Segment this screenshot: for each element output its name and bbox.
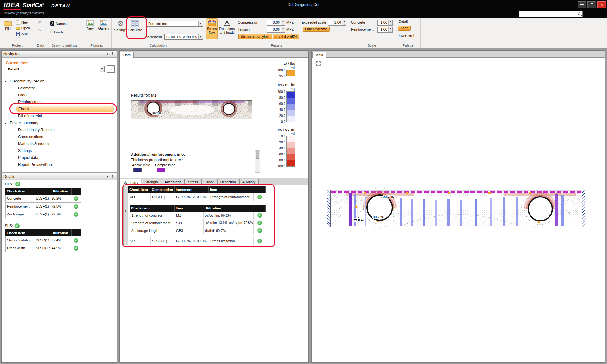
reactions-button[interactable]: Reactions and loads: [218, 18, 236, 39]
scale-reinforcement-field[interactable]: 1.00 ▴▾: [377, 27, 393, 33]
chevron-down-icon[interactable]: ▾: [198, 34, 203, 39]
chevron-down-icon[interactable]: ▾: [100, 66, 104, 72]
scale-concrete-field[interactable]: 1.00 ▴▾: [377, 20, 393, 26]
collapse-icon[interactable]: ▾: [105, 52, 110, 56]
nav-item-project-summary[interactable]: ◢Project summary: [2, 119, 117, 126]
palette-detail-button[interactable]: Detail: [399, 20, 408, 23]
uls-row-anchorage[interactable]: Anchorage ULSF(1) 99.7% ✓: [5, 210, 81, 218]
sls-row-crack-width[interactable]: Crack width SLSQ(17) 44.9% ✓: [5, 244, 81, 252]
sub-row-strength-reinforcement[interactable]: Strength of reinforcement ST1 εs/εs,lim:…: [130, 219, 266, 227]
exceeded-scale-value[interactable]: 1.00: [328, 20, 342, 25]
spin-up-icon[interactable]: ▴: [281, 20, 285, 23]
scale-reinforcement-value[interactable]: 1.00: [378, 27, 388, 32]
nav-item-reinforcement[interactable]: Reinforcement: [2, 99, 117, 106]
search-input[interactable]: [519, 12, 577, 16]
sub-row-strength-concrete[interactable]: Strength of concrete M1 σc/σc,lim: 90.2%…: [130, 212, 266, 219]
tree-expand-icon[interactable]: ◢: [4, 122, 8, 124]
search-icon[interactable]: [577, 12, 582, 17]
new-button[interactable]: New: [16, 20, 28, 25]
undo-button[interactable]: ↶: [38, 20, 42, 26]
scale-concrete-value[interactable]: 1.00: [378, 20, 388, 25]
spin-down-icon[interactable]: ▾: [281, 23, 285, 26]
spin-down-icon[interactable]: ▾: [389, 23, 392, 26]
nav-item-loads[interactable]: Loads: [2, 92, 117, 99]
add-item-button[interactable]: +: [107, 65, 115, 73]
stress-flow-button[interactable]: Stress flow: [206, 18, 218, 39]
uls-row-concrete[interactable]: Concrete ULSF(1) 90.2% ✓: [5, 195, 81, 203]
increment-dropdown[interactable]: G100.0%, V100.0% ▾: [164, 34, 203, 40]
nav-item-project-data[interactable]: Project data: [2, 154, 117, 161]
summary-row-uls[interactable]: ULS ULSF(1) G100.0%, V100.0% Strength of…: [128, 193, 266, 201]
nav-item-geometry[interactable]: Geometry: [2, 85, 117, 92]
label-extreme-button[interactable]: Label extreme: [303, 27, 330, 32]
nav-item-settings[interactable]: Settings: [2, 147, 117, 154]
fit-view-button[interactable]: [315, 60, 322, 67]
current-item-dropdown[interactable]: Detail1 ▾: [6, 66, 105, 72]
palette-increment-button[interactable]: Increment: [399, 33, 414, 37]
compression-field[interactable]: 0.00 ▴▾: [267, 20, 285, 26]
tab-stress[interactable]: Stress: [185, 179, 201, 185]
save-button[interactable]: Save: [16, 32, 29, 36]
exceeded-scale-field[interactable]: 1.00 ▴▾: [328, 20, 346, 26]
search-box[interactable]: [519, 11, 583, 17]
tab-deflection[interactable]: Deflection: [217, 179, 239, 185]
open-button[interactable]: Open: [16, 26, 30, 30]
check-result-view[interactable]: 99.7 % 72.8 % 90.2 %: [327, 187, 586, 235]
pin-icon[interactable]: [110, 52, 115, 56]
spin-up-icon[interactable]: ▴: [342, 20, 346, 23]
tab-main[interactable]: Main: [312, 52, 326, 58]
minimize-button[interactable]: [578, 1, 586, 8]
extreme-dropdown[interactable]: For extreme ▾: [146, 21, 203, 27]
summary-row-sls[interactable]: SLS SLSC(11) G100.0%, V100.0% Stress lim…: [128, 237, 266, 245]
settings-button[interactable]: ⚙ Settings: [114, 19, 127, 39]
nav-item-discontinuity-regions[interactable]: Discontinuity Regions: [2, 126, 117, 133]
nav-item-bill-of-material[interactable]: Bill of material: [2, 112, 117, 119]
chevron-down-icon[interactable]: ▾: [198, 21, 203, 26]
tab-data[interactable]: Data: [120, 52, 134, 58]
scale-reinforcement-spinner[interactable]: ▴▾: [388, 27, 392, 32]
file-button[interactable]: File: [2, 19, 14, 39]
sub-row-anchorage-length[interactable]: Anchorage length GB3 τb/fbd: 99.7% ✓: [130, 227, 266, 234]
tab-strength[interactable]: Strength: [142, 179, 161, 185]
scale-concrete-spinner[interactable]: ▴▾: [388, 20, 392, 25]
scrollbar-thumb[interactable]: [256, 151, 259, 159]
picture-new-button[interactable]: New: [84, 19, 96, 39]
restore-button[interactable]: [587, 1, 596, 8]
exceeded-scale-spinner[interactable]: ▴▾: [342, 20, 346, 25]
pin-icon[interactable]: [110, 174, 115, 179]
tab-crack[interactable]: Crack: [201, 179, 217, 185]
names-toggle[interactable]: A Names: [50, 21, 67, 26]
compression-spinner[interactable]: ▴▾: [281, 20, 285, 25]
loads-toggle[interactable]: L Loads: [50, 30, 64, 34]
close-button[interactable]: ×: [597, 1, 606, 8]
tb-fbd-button[interactable]: τb / fbd > 95%: [273, 34, 299, 39]
calculate-button[interactable]: Calculate: [128, 19, 142, 39]
redo-button[interactable]: ↷: [38, 28, 42, 33]
nav-item-check[interactable]: Check: [2, 106, 117, 112]
tree-expand-icon[interactable]: ◢: [4, 80, 8, 83]
uls-row-reinforcement[interactable]: Reinforcement ULSF(1) 72.8% ✓: [5, 203, 81, 210]
spin-up-icon[interactable]: ▴: [389, 20, 392, 23]
tab-anchorage[interactable]: Anchorage: [162, 179, 185, 185]
nav-item-discontinuity-region[interactable]: ◢Discontinuity Region: [2, 78, 117, 85]
sls-row-stress-limitation[interactable]: Stress limitation SLSC(11) 77.4% ✓: [5, 236, 81, 244]
nav-item-cross-sections[interactable]: Cross-sections: [2, 133, 117, 140]
row-expand-marker[interactable]: >: [124, 209, 128, 213]
spin-down-icon[interactable]: ▾: [281, 30, 285, 33]
tab-auxiliary[interactable]: Auxiliary: [239, 179, 259, 185]
spin-up-icon[interactable]: ▴: [281, 27, 285, 30]
compression-value[interactable]: 0.00: [267, 20, 281, 25]
tension-field[interactable]: 0.00 ▴▾: [267, 27, 285, 33]
tension-value[interactable]: 0.00: [267, 27, 281, 32]
collapse-icon[interactable]: ▾: [105, 175, 110, 178]
gallery-button[interactable]: Gallery: [97, 19, 110, 39]
spin-down-icon[interactable]: ▾: [342, 23, 346, 26]
scrollbar[interactable]: [255, 150, 260, 173]
tension-spinner[interactable]: ▴▾: [281, 27, 285, 32]
spin-down-icon[interactable]: ▾: [389, 30, 392, 33]
spin-up-icon[interactable]: ▴: [389, 27, 392, 30]
nav-item-materials-models[interactable]: Materials & models: [2, 140, 117, 147]
stress-above-yield-button[interactable]: Stress above yield: [238, 34, 272, 39]
nav-item-report-preview-print[interactable]: Report Preview/Print: [2, 161, 117, 168]
tab-summary[interactable]: Summary: [120, 179, 141, 185]
